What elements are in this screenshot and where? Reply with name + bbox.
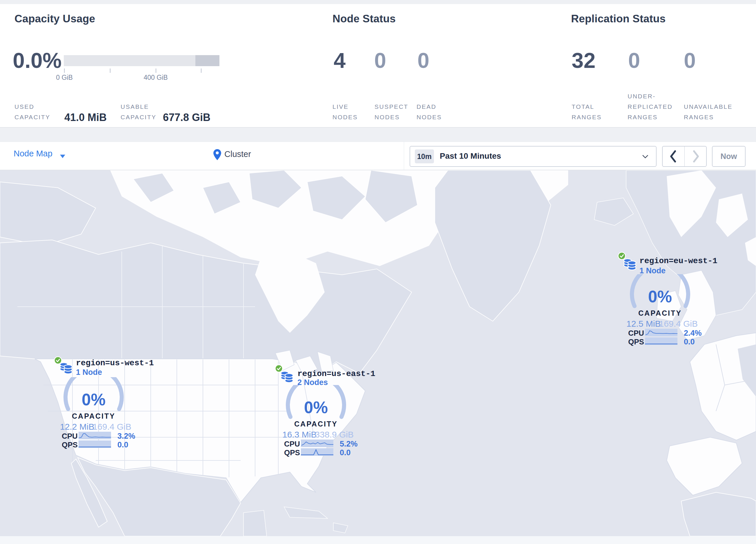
capacity-percent: 0% — [53, 390, 134, 409]
capacity-percent: 0% — [619, 287, 701, 306]
previous-interval-button[interactable] — [663, 146, 684, 166]
live-nodes-count: 4 — [334, 48, 346, 73]
usable-capacity-value: 677.8 GiB — [163, 111, 210, 124]
capacity-used-value: 12.5 MiB — [626, 319, 661, 329]
time-step-control — [662, 146, 707, 167]
qps-label: QPS — [628, 338, 644, 347]
axis-label-400: 400 GiB — [143, 74, 168, 81]
cpu-label: CPU — [284, 440, 300, 449]
time-range-select[interactable]: 10m Past 10 Minutes — [410, 146, 657, 167]
used-capacity-label: USED CAPACITY — [14, 101, 51, 122]
used-capacity-value: 41.0 MiB — [64, 111, 107, 124]
capacity-usage-percent: 0.0% — [13, 48, 62, 73]
cpu-label: CPU — [62, 432, 78, 441]
breadcrumb[interactable]: Cluster — [224, 149, 251, 159]
capacity-label: CAPACITY — [275, 420, 357, 428]
region-capacity-gauge[interactable]: 0% CAPACITY 16.3 MiB 338.9 GiB CPU 5.2% … — [275, 379, 357, 460]
axis-label-zero: 0 GiB — [56, 74, 73, 81]
footer-strip — [0, 536, 756, 544]
usable-capacity-label: USABLE CAPACITY — [121, 101, 160, 122]
capacity-percent: 0% — [275, 398, 357, 417]
capacity-total-value: 169.4 GiB — [93, 422, 131, 432]
time-range-value: Past 10 Minutes — [440, 151, 501, 161]
dead-nodes-label: DEAD NODES — [417, 101, 448, 122]
capacity-usage-bar — [64, 55, 219, 66]
total-ranges-count: 32 — [572, 48, 595, 73]
capacity-used-value: 16.3 MiB — [282, 430, 317, 440]
qps-value: 0.0 — [340, 448, 351, 457]
cpu-value: 5.2% — [340, 440, 358, 449]
region-capacity-gauge[interactable]: 0% CAPACITY 12.5 MiB 169.4 GiB CPU 2.4% … — [619, 268, 701, 350]
cluster-overview-panel: Capacity Usage 0.0% 0 GiB 400 GiB USED C… — [0, 4, 756, 128]
under-replicated-label: UNDER-REPLICATED RANGES — [628, 91, 678, 122]
under-replicated-count: 0 — [628, 48, 640, 73]
suspect-nodes-label: SUSPECT NODES — [375, 101, 411, 122]
map-pin-icon — [213, 149, 221, 161]
node-status-title: Node Status — [332, 13, 396, 25]
qps-label: QPS — [284, 448, 300, 457]
capacity-label: CAPACITY — [619, 309, 701, 318]
chevron-down-icon — [60, 155, 65, 158]
axis-tick — [64, 68, 65, 73]
capacity-label: CAPACITY — [53, 412, 134, 420]
total-ranges-label: TOTAL RANGES — [572, 101, 606, 122]
live-nodes-label: LIVE NODES — [332, 101, 364, 122]
capacity-used-value: 12.2 MiB — [60, 422, 94, 432]
next-interval-button[interactable] — [685, 146, 706, 166]
region-capacity-gauge[interactable]: 0% CAPACITY 12.2 MiB 169.4 GiB CPU 3.2% … — [53, 371, 134, 453]
world-map-graphic — [0, 170, 756, 536]
qps-value: 0.0 — [117, 440, 128, 449]
axis-tick — [110, 68, 110, 73]
dead-nodes-count: 0 — [417, 48, 429, 73]
capacity-usage-title: Capacity Usage — [14, 13, 95, 25]
cpu-value: 3.2% — [117, 432, 135, 441]
axis-tick — [156, 68, 156, 73]
capacity-total-value: 338.9 GiB — [315, 430, 354, 440]
unavailable-count: 0 — [684, 48, 696, 73]
cpu-value: 2.4% — [684, 329, 702, 338]
now-button[interactable]: Now — [712, 146, 746, 167]
cpu-label: CPU — [628, 329, 644, 338]
qps-value: 0.0 — [684, 338, 695, 347]
node-map[interactable]: region=us-west-1 1 Node 0% CAPACITY 12.2… — [0, 170, 756, 536]
unavailable-label: UNAVAILABLE RANGES — [684, 101, 737, 122]
axis-tick — [201, 68, 201, 73]
capacity-usage-bar-tail — [195, 55, 219, 66]
chevron-down-icon — [642, 155, 648, 160]
region-label[interactable]: region=us-west-1 — [76, 359, 154, 368]
time-range-badge: 10m — [415, 149, 434, 163]
qps-label: QPS — [62, 440, 78, 449]
divider — [404, 142, 404, 170]
region-label[interactable]: region=us-east-1 — [297, 369, 375, 378]
capacity-total-value: 169.4 GiB — [659, 319, 698, 329]
replication-status-title: Replication Status — [571, 13, 666, 25]
map-toolbar: Node Map Cluster 10m Past 10 Minutes Now — [0, 141, 756, 170]
suspect-nodes-count: 0 — [374, 48, 386, 73]
view-selector-dropdown[interactable]: Node Map — [14, 149, 52, 158]
region-label[interactable]: region=eu-west-1 — [639, 256, 717, 265]
